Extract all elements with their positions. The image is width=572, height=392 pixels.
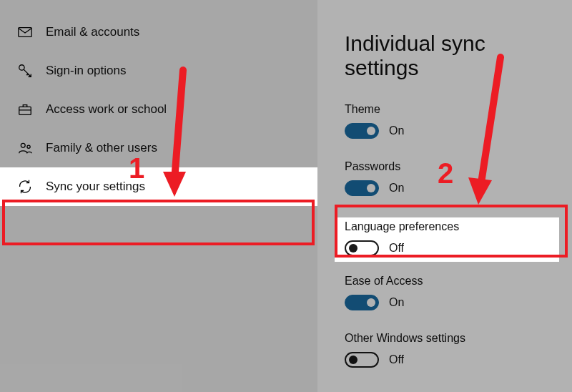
toggle-language[interactable] xyxy=(345,240,379,256)
setting-label: Language preferences xyxy=(345,220,559,233)
toggle-other[interactable] xyxy=(345,352,379,368)
nav-item-label: Sign-in options xyxy=(46,64,126,78)
setting-theme: Theme On xyxy=(345,103,559,139)
svg-point-1 xyxy=(19,65,24,70)
nav-item-label: Family & other users xyxy=(46,141,157,155)
svg-rect-2 xyxy=(19,107,31,114)
nav-item-work[interactable]: Access work or school xyxy=(0,90,317,129)
toggle-theme[interactable] xyxy=(345,123,379,139)
nav-item-email[interactable]: Email & accounts xyxy=(0,13,317,52)
people-icon xyxy=(17,140,33,156)
mail-icon xyxy=(17,24,33,40)
nav-item-label: Access work or school xyxy=(46,102,167,117)
sync-icon xyxy=(17,179,33,195)
setting-label: Other Windows settings xyxy=(345,332,559,345)
svg-point-3 xyxy=(21,143,25,147)
toggle-state: On xyxy=(389,296,404,309)
toggle-ease[interactable] xyxy=(345,295,379,310)
setting-label: Passwords xyxy=(345,160,559,173)
key-icon xyxy=(17,63,33,79)
svg-point-4 xyxy=(27,145,30,148)
nav-item-sync[interactable]: Sync your settings xyxy=(0,167,317,206)
nav-item-family[interactable]: Family & other users xyxy=(0,129,317,167)
briefcase-icon xyxy=(17,102,33,117)
setting-label: Ease of Access xyxy=(345,275,559,288)
setting-language: Language preferences Off xyxy=(335,217,559,262)
toggle-state: On xyxy=(389,124,404,137)
nav-item-signin[interactable]: Sign-in options xyxy=(0,52,317,90)
nav-item-label: Email & accounts xyxy=(46,25,139,39)
svg-rect-0 xyxy=(19,28,31,37)
setting-ease: Ease of Access On xyxy=(345,275,559,310)
nav-item-label: Sync your settings xyxy=(46,180,145,194)
settings-pane: Individual sync settings Theme On Passwo… xyxy=(317,0,572,392)
setting-passwords: Passwords On xyxy=(345,160,559,196)
setting-label: Theme xyxy=(345,103,559,116)
toggle-state: Off xyxy=(389,242,404,255)
pane-heading: Individual sync settings xyxy=(345,31,559,80)
toggle-passwords[interactable] xyxy=(345,180,379,196)
toggle-state: Off xyxy=(389,353,404,366)
settings-nav: Email & accounts Sign-in options Access … xyxy=(0,0,317,392)
setting-other: Other Windows settings Off xyxy=(345,332,559,368)
toggle-state: On xyxy=(389,182,404,195)
